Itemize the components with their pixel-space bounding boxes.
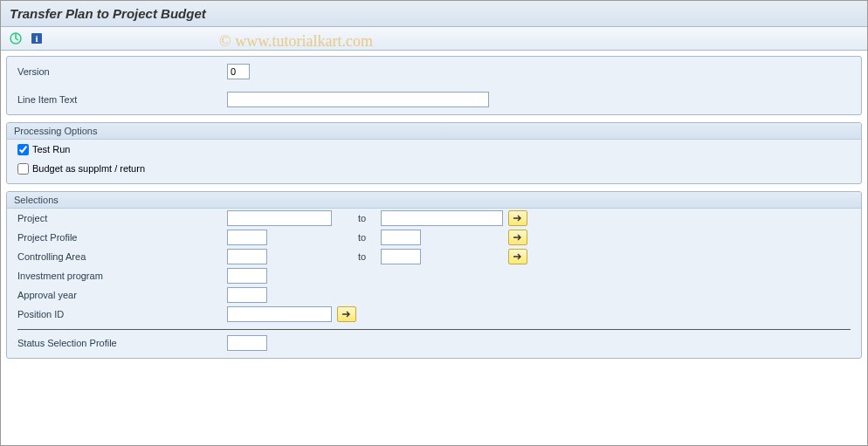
version-input[interactable] [227,64,250,79]
toolbar: i [1,27,867,51]
selections-group: Selections Project to Project Profile to [6,191,862,359]
controlling-area-to-input[interactable] [381,249,421,264]
selection-row-position-id: Position ID [7,305,861,324]
selections-title: Selections [7,192,861,209]
top-group: Version Line Item Text [6,56,862,115]
divider [17,329,851,330]
project-profile-label: Project Profile [17,232,227,243]
project-profile-from-input[interactable] [227,230,267,245]
position-id-multi-select-button[interactable] [337,306,356,322]
info-icon[interactable]: i [29,31,45,46]
status-profile-input[interactable] [227,335,267,351]
budget-supplmt-checkbox[interactable] [17,163,29,175]
project-profile-to-label: to [353,232,381,243]
selection-row-investment-program: Investment program [7,266,861,285]
project-to-input[interactable] [381,210,503,226]
line-item-text-label: Line Item Text [17,94,227,105]
processing-options-group: Processing Options Test Run Budget as su… [6,122,862,184]
project-to-label: to [353,213,381,223]
project-multi-select-button[interactable] [508,210,527,226]
project-profile-multi-select-button[interactable] [508,230,527,245]
project-label: Project [17,213,227,223]
version-label: Version [17,66,227,77]
selection-row-approval-year: Approval year [7,285,861,305]
arrow-right-icon [341,310,352,319]
approval-year-input[interactable] [227,287,267,303]
position-id-label: Position ID [17,309,227,319]
arrow-right-icon [513,252,523,261]
budget-supplmt-label: Budget as supplmt / return [32,163,145,174]
processing-options-title: Processing Options [7,123,861,140]
controlling-area-label: Controlling Area [17,251,227,262]
page-title: Transfer Plan to Project Budget [1,1,867,27]
approval-year-label: Approval year [17,290,227,300]
selection-row-controlling-area: Controlling Area to [7,247,861,266]
test-run-checkbox[interactable] [17,144,29,155]
controlling-area-from-input[interactable] [227,249,267,264]
selection-row-project: Project to [7,209,861,228]
project-profile-to-input[interactable] [381,230,421,245]
investment-program-label: Investment program [17,271,227,281]
selection-row-project-profile: Project Profile to [7,228,861,247]
test-run-checkbox-wrap[interactable]: Test Run [17,144,70,155]
investment-program-input[interactable] [227,268,267,284]
test-run-label: Test Run [32,144,70,154]
selection-row-status-profile: Status Selection Profile [7,333,861,353]
controlling-area-to-label: to [353,251,381,262]
position-id-input[interactable] [227,306,332,322]
arrow-right-icon [513,233,523,242]
arrow-right-icon [513,214,523,223]
status-profile-label: Status Selection Profile [17,338,227,348]
svg-text:i: i [35,33,38,44]
line-item-text-input[interactable] [227,92,489,107]
execute-icon[interactable] [8,31,24,46]
controlling-area-multi-select-button[interactable] [508,249,527,264]
budget-supplmt-checkbox-wrap[interactable]: Budget as supplmt / return [17,163,145,175]
project-from-input[interactable] [227,210,332,226]
